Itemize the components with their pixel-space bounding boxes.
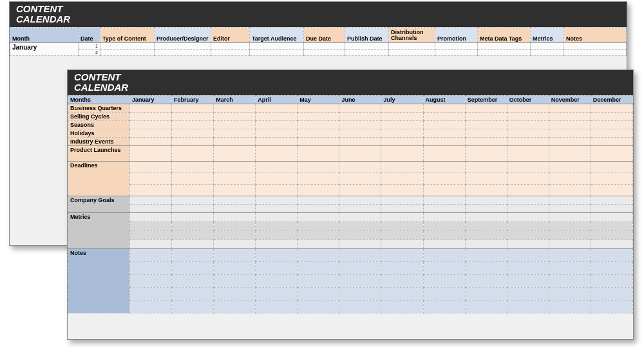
cell[interactable] (130, 274, 172, 287)
cell[interactable] (172, 161, 214, 172)
cell[interactable] (339, 239, 381, 248)
cell[interactable] (423, 221, 465, 230)
cell[interactable] (478, 49, 531, 55)
cell[interactable] (214, 112, 256, 120)
cell[interactable] (507, 212, 549, 221)
cell[interactable] (465, 230, 507, 239)
cell[interactable] (381, 184, 423, 196)
cell[interactable] (155, 49, 211, 55)
cell[interactable] (214, 204, 256, 212)
cell[interactable] (298, 248, 339, 261)
cell[interactable] (381, 261, 423, 274)
cell[interactable] (172, 172, 214, 184)
cell[interactable] (214, 161, 256, 172)
cell[interactable] (507, 112, 549, 120)
cell[interactable] (549, 248, 591, 261)
cell[interactable] (423, 120, 465, 129)
cell[interactable] (130, 212, 172, 221)
cell[interactable] (214, 196, 256, 204)
cell[interactable] (172, 248, 214, 261)
cell[interactable] (389, 49, 435, 55)
cell[interactable] (591, 112, 632, 120)
cell[interactable] (591, 221, 632, 230)
cell[interactable] (339, 196, 381, 204)
cell[interactable] (130, 161, 172, 172)
cell[interactable] (339, 204, 381, 212)
cell[interactable] (564, 42, 627, 49)
cell[interactable] (381, 104, 423, 112)
cell[interactable] (507, 300, 549, 313)
cell[interactable] (298, 212, 339, 221)
cell[interactable] (155, 42, 211, 49)
cell[interactable] (256, 274, 298, 287)
cell[interactable] (549, 137, 591, 145)
cell[interactable] (256, 196, 298, 204)
cell[interactable] (130, 129, 172, 137)
cell[interactable] (435, 49, 478, 55)
cell[interactable] (591, 129, 632, 137)
cell[interactable] (256, 184, 298, 196)
cell[interactable] (298, 137, 339, 145)
cell[interactable] (298, 300, 339, 313)
cell[interactable] (381, 248, 423, 261)
cell[interactable] (298, 184, 339, 196)
cell[interactable] (339, 172, 381, 184)
cell[interactable] (256, 204, 298, 212)
cell[interactable] (214, 120, 256, 129)
cell[interactable] (214, 137, 256, 145)
cell[interactable] (465, 300, 507, 313)
cell[interactable] (298, 261, 339, 274)
cell[interactable] (549, 112, 591, 120)
cell[interactable] (591, 184, 632, 196)
cell[interactable] (564, 49, 627, 55)
cell[interactable] (465, 172, 507, 184)
cell[interactable] (298, 129, 339, 137)
cell[interactable] (465, 104, 507, 112)
cell[interactable] (465, 196, 507, 204)
cell[interactable] (214, 230, 256, 239)
cell[interactable] (507, 230, 549, 239)
cell[interactable] (130, 287, 172, 300)
cell[interactable] (507, 184, 549, 196)
cell[interactable] (339, 184, 381, 196)
cell[interactable] (465, 248, 507, 261)
cell[interactable] (381, 145, 423, 161)
cell[interactable] (435, 42, 478, 49)
cell[interactable] (256, 221, 298, 230)
cell[interactable] (591, 230, 632, 239)
cell[interactable] (465, 137, 507, 145)
cell[interactable] (339, 145, 381, 161)
cell[interactable] (381, 120, 423, 129)
cell[interactable] (507, 104, 549, 112)
cell[interactable] (549, 161, 591, 172)
cell[interactable] (465, 120, 507, 129)
cell[interactable] (256, 287, 298, 300)
cell[interactable] (339, 212, 381, 221)
cell[interactable] (591, 204, 632, 212)
cell[interactable] (339, 104, 381, 112)
cell[interactable] (381, 300, 423, 313)
cell[interactable] (130, 104, 172, 112)
cell[interactable] (214, 248, 256, 261)
cell[interactable] (256, 129, 298, 137)
cell[interactable] (100, 42, 155, 49)
cell[interactable] (531, 49, 564, 55)
cell[interactable] (130, 248, 172, 261)
cell[interactable] (339, 230, 381, 239)
cell[interactable] (381, 221, 423, 230)
cell[interactable] (256, 161, 298, 172)
cell[interactable] (345, 42, 389, 49)
cell[interactable] (250, 49, 304, 55)
cell[interactable] (549, 261, 591, 274)
cell[interactable] (256, 112, 298, 120)
cell[interactable] (423, 112, 465, 120)
cell[interactable] (130, 184, 172, 196)
cell[interactable] (298, 239, 339, 248)
cell[interactable] (298, 104, 339, 112)
cell[interactable] (339, 137, 381, 145)
cell[interactable] (130, 230, 172, 239)
cell[interactable] (549, 120, 591, 129)
cell[interactable] (172, 287, 214, 300)
cell[interactable] (304, 49, 345, 55)
cell[interactable] (549, 129, 591, 137)
